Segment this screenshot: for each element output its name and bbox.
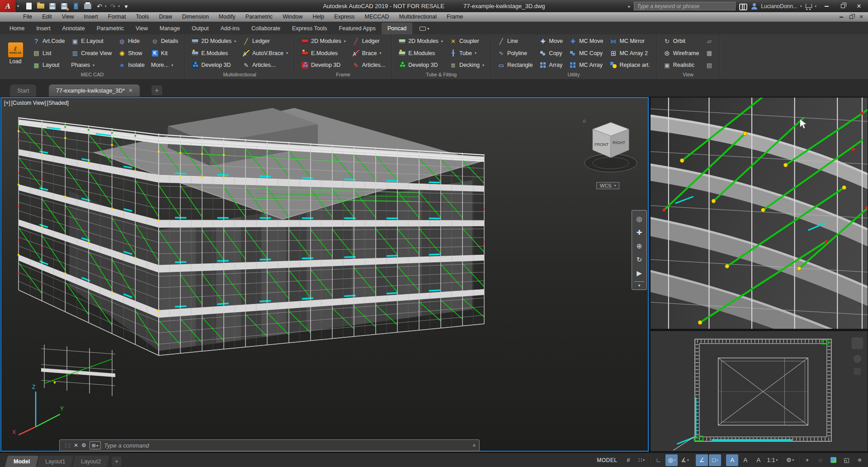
ribbon-tab-manage[interactable]: Manage <box>154 23 186 34</box>
new-file-button[interactable] <box>24 1 34 11</box>
command-collapse-icon[interactable]: ˄ <box>473 443 476 448</box>
mc-array-button[interactable]: MC Array <box>567 60 605 70</box>
ribbon-tab-annotate[interactable]: Annotate <box>57 23 91 34</box>
isolate-objects-button[interactable]: ◌ <box>814 454 826 466</box>
develop-3d-button[interactable]: Develop 3D <box>396 60 445 70</box>
autov-brace-button[interactable]: AAutoV.Brace▾ <box>241 48 290 59</box>
app-menu-caret-icon[interactable]: ▾ <box>17 4 19 8</box>
ribbon-tab-insert[interactable]: Insert <box>30 23 56 34</box>
save-button[interactable] <box>47 1 58 11</box>
develop-3d-button[interactable]: Develop 3D <box>189 60 238 70</box>
realistic-button[interactable]: ▣Realistic <box>661 60 701 70</box>
app-store-cart-icon[interactable] <box>805 4 812 9</box>
orbit-button[interactable]: ↻Orbit <box>661 36 701 47</box>
art-code-button[interactable]: ?Art.Code <box>31 36 66 47</box>
ribbon-tab-featured-apps[interactable]: Featured Apps <box>333 23 382 34</box>
details-button[interactable]: ⊙Details <box>149 36 180 47</box>
mc-copy-button[interactable]: MC Copy <box>567 48 605 59</box>
articles-button[interactable]: ✎Articles... <box>350 60 387 70</box>
layout-tab-model[interactable]: Model <box>5 456 39 467</box>
annotation-autoscale-button[interactable]: A <box>739 454 751 466</box>
viewport-3-button[interactable]: ▤ <box>703 60 715 70</box>
user-avatar-icon[interactable] <box>751 3 757 9</box>
ortho-mode-button[interactable]: ∟ <box>652 454 665 466</box>
menu-file[interactable]: File <box>18 12 37 22</box>
e-modules-button[interactable]: E.Modules <box>299 48 348 59</box>
polyline-button[interactable]: ∿Polyline <box>495 48 534 59</box>
open-file-button[interactable] <box>35 1 46 11</box>
menu-frame[interactable]: Frame <box>442 12 468 22</box>
brace-button[interactable]: ABrace▾ <box>350 48 387 59</box>
customization-menu-button[interactable]: ≡ <box>854 454 866 466</box>
create-view-button[interactable]: ▥Create View <box>69 48 113 59</box>
mc-mirror-button[interactable]: ⋈MC Mirror <box>608 36 651 47</box>
array-button[interactable]: Array <box>537 60 565 70</box>
redo-caret-icon[interactable]: ▾ <box>118 5 120 8</box>
zoom-icon[interactable]: ⊕ <box>633 239 645 253</box>
kit-button[interactable]: KKit <box>149 48 180 59</box>
plan-viewport[interactable] <box>650 331 868 452</box>
visual-style-control[interactable]: [Shaded] <box>47 100 69 106</box>
restore-button[interactable] <box>836 2 849 11</box>
doc-minimize-button[interactable] <box>837 14 845 21</box>
scaffolding-3d-model[interactable] <box>1 98 648 451</box>
clean-screen-button[interactable]: ◱ <box>840 454 853 466</box>
viewport-menu-control[interactable]: [+] <box>4 100 10 106</box>
grid-display-button[interactable]: # <box>622 454 634 466</box>
e-modules-button[interactable]: E.Modules <box>189 48 238 59</box>
move-button[interactable]: ✚Move <box>537 36 565 47</box>
drawing-tab-start[interactable]: Start <box>10 84 36 97</box>
isolate-button[interactable]: ★Isolate <box>116 60 146 70</box>
search-toggle-icon[interactable]: ▸ <box>628 4 631 9</box>
plot-button[interactable] <box>82 1 93 11</box>
doc-close-button[interactable]: ✕ <box>857 14 865 21</box>
ribbon-tab-express-tools[interactable]: Express Tools <box>286 23 333 34</box>
e-modules-button[interactable]: E.Modules <box>396 48 445 59</box>
menu-view[interactable]: View <box>57 12 79 22</box>
customize-icon[interactable]: ⚙ <box>81 442 86 448</box>
rectangle-button[interactable]: ▭Rectangle <box>495 60 534 70</box>
plus-button-button[interactable]: + <box>801 454 813 466</box>
workspace-switching-button[interactable]: ⚙▾ <box>784 454 796 466</box>
mc-move-button[interactable]: ✚MC Move <box>567 36 605 47</box>
mc-array-2-button[interactable]: ⊞MC Array 2 <box>608 48 651 59</box>
help-caret-icon[interactable]: ▾ <box>815 5 816 8</box>
decking-button[interactable]: ≣Decking▾ <box>448 60 486 70</box>
redo-button[interactable]: ↷ <box>108 1 118 11</box>
line-button[interactable]: ╱Line <box>495 36 534 47</box>
model-space-label[interactable]: MODEL <box>592 457 622 463</box>
scale-value-button[interactable]: 1:1▾ <box>765 454 779 466</box>
ledger-button[interactable]: ╱Ledger <box>350 36 387 47</box>
menu-parametric[interactable]: Parametric <box>241 12 278 22</box>
doc-restore-button[interactable] <box>847 14 855 21</box>
showmotion-icon[interactable]: ▶ <box>633 266 645 280</box>
menu-help[interactable]: Help <box>308 12 330 22</box>
layout-button[interactable]: ▦Layout <box>31 60 66 70</box>
e-layout-button[interactable]: ▣E.Layout <box>69 36 113 47</box>
main-viewport[interactable]: [+][Custom View][Shaded] FRONT RIGHT ⌂ W… <box>0 97 649 452</box>
viewcube[interactable]: FRONT RIGHT ⌂ <box>579 115 642 184</box>
navbar-caret-icon[interactable]: ▾ <box>638 283 641 288</box>
menu-multidirectional[interactable]: Multidirectional <box>394 12 442 22</box>
wireframe-button[interactable]: ⊛Wireframe <box>661 48 701 59</box>
develop-3d-button[interactable]: Develop 3D <box>299 60 348 70</box>
layout-tab-layout2[interactable]: Layout2 <box>72 456 109 467</box>
menu-dimension[interactable]: Dimension <box>177 12 214 22</box>
ledger-button[interactable]: ╱Ledger <box>241 36 290 47</box>
list-button[interactable]: ▤List <box>31 48 66 59</box>
new-drawing-tab-button[interactable]: + <box>151 85 162 95</box>
menu-insert[interactable]: Insert <box>79 12 103 22</box>
pan-icon[interactable]: ✚ <box>633 226 645 239</box>
viewport-1-button[interactable]: ▱ <box>703 36 715 47</box>
tube-button[interactable]: ╂Tube▾ <box>448 48 486 59</box>
annotation-scale-button[interactable]: A <box>752 454 764 466</box>
ribbon-tab-parametric[interactable]: Parametric <box>91 23 130 34</box>
object-snap-button[interactable]: □▾ <box>709 454 721 466</box>
ribbon-tab-poncad[interactable]: Poncad <box>382 23 412 34</box>
user-menu-caret-icon[interactable]: ▾ <box>800 5 802 8</box>
isodraft-button[interactable]: ∡▾ <box>679 454 691 466</box>
minimize-button[interactable] <box>820 2 833 11</box>
search-icon[interactable] <box>739 4 747 9</box>
more-button[interactable]: More...▾ <box>149 60 180 70</box>
close-button[interactable]: ✕ <box>853 2 865 11</box>
